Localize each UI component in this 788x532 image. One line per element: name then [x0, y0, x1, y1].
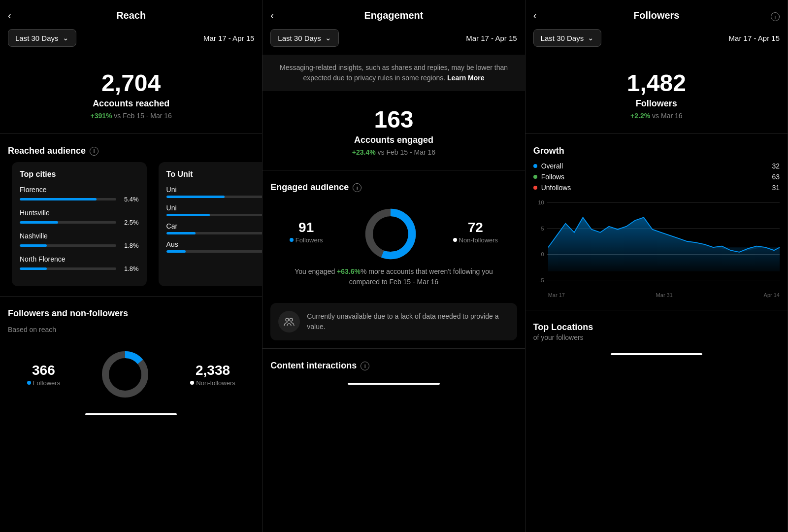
city-bar-huntsville: 2.5% — [20, 219, 139, 226]
reach-followers-label-text: Followers — [33, 379, 61, 387]
top-locations-sub: of your followers — [533, 333, 780, 341]
city-name-nflorence: North Florence — [20, 255, 139, 263]
reached-audience-info-icon[interactable]: i — [90, 147, 98, 156]
reach-divider-1 — [0, 133, 262, 134]
legend-left-overall: Overall — [533, 162, 563, 170]
engagement-change-positive: +23.4% — [352, 148, 376, 156]
city-pct-nflorence: 1.8% — [120, 265, 139, 272]
unit-bar-fill-1 — [166, 196, 225, 198]
engaged-note-positive: +63.6% — [337, 267, 361, 275]
reach-main-number: 2,704 — [8, 69, 254, 97]
reach-content: 2,704 Accounts reached +391% vs Feb 15 -… — [0, 55, 262, 532]
reach-panel: ‹ Reach Last 30 Days ⌄ Mar 17 - Apr 15 2… — [0, 0, 263, 532]
reach-back-button[interactable]: ‹ — [8, 10, 11, 21]
followers-change-positive: +2.2% — [630, 112, 650, 120]
unit-bar-bg-2 — [166, 214, 263, 216]
growth-section: Growth Overall 32 Follows 63 — [525, 138, 788, 306]
engaged-followers-label-text: Followers — [296, 236, 323, 244]
engagement-main-label: Accounts engaged — [270, 135, 517, 145]
chart-date-start: Mar 17 — [548, 292, 565, 298]
top-cities-card: Top cities Florence 5.4% Huntsville — [12, 162, 147, 286]
reach-date-range: Mar 17 - Apr 15 — [203, 34, 254, 42]
city-bar-bg-florence — [20, 198, 116, 200]
unit-bar-fill-3 — [166, 232, 196, 234]
reach-donut-section: 366 Followers 2,338 Non-fo — [0, 339, 262, 409]
followers-date-range: Mar 17 - Apr 15 — [729, 34, 780, 42]
followers-back-button[interactable]: ‹ — [533, 10, 537, 21]
city-bar-fill-florence — [20, 198, 97, 200]
overall-value: 32 — [772, 162, 780, 170]
followers-nonfollowers-sub: Based on reach — [0, 325, 262, 339]
city-name-nashville: Nashville — [20, 232, 139, 240]
unit-name-3: Car — [166, 222, 263, 230]
content-interactions-label: Content interactions — [270, 361, 357, 371]
reach-date-picker-label: Last 30 Days — [15, 34, 59, 42]
engaged-nonfollowers-label: Non-followers — [453, 236, 498, 244]
followers-main-stat: 1,482 Followers +2.2% vs Mar 16 — [525, 55, 788, 130]
city-pct-huntsville: 2.5% — [120, 219, 139, 226]
engaged-audience-header: Engaged audience i — [270, 182, 517, 193]
growth-legend: Overall 32 Follows 63 Unfollows — [533, 162, 780, 192]
overall-label: Overall — [541, 162, 563, 170]
engagement-change-text: vs Feb 15 - Mar 16 — [376, 148, 435, 156]
svg-point-4 — [286, 318, 289, 321]
reached-audience-header: Reached audience i — [0, 138, 262, 162]
reach-main-label: Accounts reached — [8, 99, 254, 109]
unavailable-icon — [278, 311, 300, 332]
nonfollowers-dot — [190, 381, 194, 385]
engaged-followers-number: 91 — [290, 220, 323, 235]
engaged-followers-dot — [290, 238, 294, 242]
unit-row-2: Uni — [166, 204, 263, 216]
reach-date-row: Last 30 Days ⌄ Mar 17 - Apr 15 — [0, 29, 262, 55]
reach-nonfollowers-label: Non-followers — [190, 379, 235, 387]
unit-bar-1 — [166, 196, 263, 198]
engagement-date-picker[interactable]: Last 30 Days ⌄ — [270, 29, 339, 47]
reach-scroll-indicator — [85, 413, 177, 415]
overall-dot — [533, 164, 537, 168]
users-icon — [283, 316, 295, 328]
engagement-chevron-down-icon: ⌄ — [325, 33, 331, 42]
followers-dot — [27, 381, 31, 385]
followers-nonfollowers-header: Followers and non-followers — [0, 300, 262, 325]
city-bar-nashville: 1.8% — [20, 242, 139, 249]
followers-header-info-icon[interactable]: i — [771, 12, 780, 21]
growth-chart-area: 10 5 0 -5 — [533, 200, 780, 298]
reach-nonfollowers-stat: 2,338 Non-followers — [190, 363, 235, 387]
top-cities-title: Top cities — [20, 170, 139, 179]
engaged-note-suffix: % more accounts that weren't following y… — [349, 267, 493, 286]
engagement-main-change: +23.4% vs Feb 15 - Mar 16 — [270, 148, 517, 156]
engaged-note-prefix: You engaged — [295, 267, 337, 275]
city-row-florence: Florence 5.4% — [20, 186, 139, 203]
engagement-header: ‹ Engagement — [263, 0, 525, 29]
city-bar-bg-nashville — [20, 244, 116, 247]
gridline-label-0: 0 — [533, 251, 544, 257]
reach-nonfollowers-label-text: Non-followers — [196, 379, 235, 387]
unit-row-4: Aus — [166, 240, 263, 253]
follows-label: Follows — [541, 173, 564, 181]
engagement-back-button[interactable]: ‹ — [270, 10, 274, 21]
engaged-followers-stat: 91 Followers — [290, 220, 323, 244]
follows-dot — [533, 175, 537, 179]
followers-main-label: Followers — [533, 99, 780, 109]
followers-info-button[interactable]: i — [771, 10, 780, 21]
engaged-nonfollowers-label-text: Non-followers — [459, 236, 498, 244]
engaged-audience-info-icon[interactable]: i — [353, 183, 361, 192]
followers-content: 1,482 Followers +2.2% vs Mar 16 Growth O… — [525, 55, 788, 532]
reach-followers-label: Followers — [27, 379, 61, 387]
followers-nonfollowers-label: Followers and non-followers — [8, 308, 128, 319]
learn-more-link[interactable]: Learn More — [447, 74, 484, 82]
chart-date-end: Apr 14 — [764, 292, 780, 298]
content-interactions-info-icon[interactable]: i — [361, 362, 369, 370]
reached-audience-label: Reached audience — [8, 146, 86, 156]
engagement-date-row: Last 30 Days ⌄ Mar 17 - Apr 15 — [263, 29, 525, 55]
engagement-divider-1 — [263, 170, 525, 170]
legend-left-follows: Follows — [533, 173, 564, 181]
chart-area-fill — [548, 217, 780, 271]
followers-date-picker[interactable]: Last 30 Days ⌄ — [533, 29, 602, 47]
unfollows-value: 31 — [772, 184, 780, 192]
unit-row-1: Uni — [166, 186, 263, 198]
unit-bar-fill-4 — [166, 250, 186, 253]
top-locations-title: Top Locations — [533, 322, 780, 332]
reach-date-picker[interactable]: Last 30 Days ⌄ — [8, 29, 76, 47]
engaged-donut-chart — [361, 204, 415, 259]
